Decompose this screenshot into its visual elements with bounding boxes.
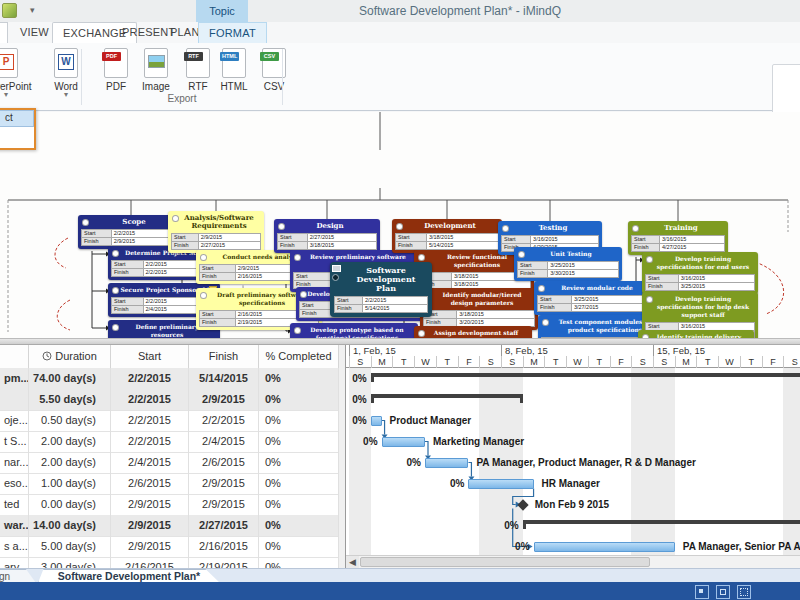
summary-bar[interactable] bbox=[523, 520, 800, 524]
topic-bullet-icon bbox=[294, 254, 301, 261]
cell-name: war... bbox=[0, 515, 29, 536]
export-csv-button[interactable]: CSVCSV bbox=[244, 48, 304, 92]
cell-finish: 2/9/2015 bbox=[189, 389, 259, 410]
column-completed[interactable]: % Completed bbox=[259, 345, 339, 368]
task-bar[interactable] bbox=[371, 416, 382, 426]
status-bar bbox=[0, 582, 800, 600]
topic-bullet-icon bbox=[538, 285, 545, 292]
task-bar[interactable] bbox=[468, 479, 533, 489]
map-node[interactable]: TrainingStart3/16/2015Finish4/27/2015 bbox=[628, 221, 728, 255]
export-dropdown-popup[interactable]: ct bbox=[0, 108, 36, 150]
cell-start: 2/9/2015 bbox=[111, 515, 189, 536]
gantt-task-table[interactable]: DurationStartFinish% Completedpm...74.00… bbox=[0, 345, 340, 568]
cell-completed: 0% bbox=[259, 515, 339, 536]
export-powerpoint-button[interactable]: PPowerPoint▾ bbox=[0, 48, 36, 98]
map-node[interactable]: Assign development staffStart3/20/2015Fi… bbox=[414, 326, 532, 338]
gantt-panel: DurationStartFinish% Completedpm...74.00… bbox=[0, 345, 800, 568]
ribbon-tab-clipped[interactable] bbox=[0, 22, 8, 44]
cell-start: 2/16/2015 bbox=[111, 557, 189, 568]
percent-label: 0% bbox=[345, 373, 367, 384]
document-tab-active[interactable]: Software Development Plan* bbox=[38, 569, 220, 583]
column-finish[interactable]: Finish bbox=[189, 345, 259, 368]
quick-access-icon[interactable] bbox=[2, 3, 17, 18]
cell-name: eso... bbox=[0, 473, 29, 494]
bar-label: HR Manager bbox=[542, 478, 600, 489]
task-row[interactable]: war...14.00 day(s)2/9/20152/27/20150% bbox=[0, 515, 339, 537]
column-start[interactable]: Start bbox=[111, 345, 189, 368]
word-icon: W bbox=[54, 48, 78, 78]
map-node[interactable]: Identify training delivery methodologySt… bbox=[638, 330, 754, 338]
cell-duration: 0.00 day(s) bbox=[29, 494, 111, 515]
percent-label: 0% bbox=[438, 478, 464, 489]
task-row[interactable]: s a...5.00 day(s)2/9/20152/16/20150% bbox=[0, 536, 339, 558]
task-row[interactable]: t S...2.00 day(s)2/2/20152/4/20150% bbox=[0, 431, 339, 453]
gantt-timeline[interactable]: 1, Feb, 158, Feb, 1515, Feb, 1522, SMTWT… bbox=[345, 345, 800, 568]
mindmap-canvas[interactable]: Software Development Plan Start2/2/2015 … bbox=[0, 112, 800, 338]
ribbon-separator bbox=[282, 49, 283, 105]
topic-bullet-icon bbox=[200, 254, 207, 261]
map-node-root[interactable]: Software Development Plan Start2/2/2015 … bbox=[330, 262, 432, 317]
cell-finish: 2/27/2015 bbox=[189, 515, 259, 536]
task-bar[interactable] bbox=[534, 542, 675, 552]
topic-bullet-icon bbox=[112, 250, 119, 257]
cell-start: 2/9/2015 bbox=[111, 536, 189, 557]
task-bar[interactable] bbox=[382, 437, 425, 447]
cell-completed: 0% bbox=[259, 431, 339, 452]
cell-name: ary... bbox=[0, 557, 29, 568]
map-node[interactable]: Unit TestingStart3/25/2015Finish3/30/201… bbox=[514, 247, 622, 281]
map-node[interactable]: Review modular codeStart3/25/2015Finish3… bbox=[534, 281, 654, 315]
dropdown-caret-icon[interactable]: ▾ bbox=[0, 92, 36, 98]
cell-name: s a... bbox=[0, 536, 29, 557]
map-node[interactable]: Identify modular/tiered design parameter… bbox=[420, 288, 538, 330]
topic-bullet-icon bbox=[172, 215, 179, 222]
cell-completed: 0% bbox=[259, 557, 339, 568]
topic-bullet-icon bbox=[300, 291, 307, 298]
app-window: ▾ Topic Software Development Plan* - iMi… bbox=[0, 0, 800, 600]
topic-bullet-icon bbox=[542, 319, 549, 326]
cell-name: t S... bbox=[0, 431, 29, 452]
cell-duration: 5.50 day(s) bbox=[29, 389, 111, 410]
map-gantt-splitter[interactable] bbox=[0, 338, 800, 345]
bar-label: Mon Feb 9 2015 bbox=[535, 499, 609, 510]
cell-finish: 2/9/2015 bbox=[189, 473, 259, 494]
task-row[interactable]: eso...1.00 day(s)2/6/20152/9/20150% bbox=[0, 473, 339, 495]
cell-finish: 2/19/2015 bbox=[189, 557, 259, 568]
topic-bullet-icon bbox=[646, 296, 653, 303]
cell-duration: 14.00 day(s) bbox=[29, 515, 111, 536]
column-duration[interactable]: Duration bbox=[29, 345, 111, 368]
topic-bullet-icon bbox=[294, 327, 301, 334]
topic-bullet-icon bbox=[646, 256, 653, 263]
cell-completed: 0% bbox=[259, 410, 339, 431]
map-node[interactable]: DevelopmentStart3/18/2015Finish5/14/2015 bbox=[392, 219, 502, 253]
task-row[interactable]: nar...2.00 day(s)2/4/20152/6/20150% bbox=[0, 452, 339, 474]
fit-selection-icon[interactable] bbox=[716, 585, 730, 599]
fit-page-icon[interactable] bbox=[695, 585, 709, 599]
percent-label: 0% bbox=[352, 436, 378, 447]
task-row[interactable]: ary...3.00 day(s)2/16/20152/19/20150% bbox=[0, 557, 339, 568]
document-tab-background[interactable]: gn bbox=[0, 569, 36, 583]
task-row[interactable]: 5.50 day(s)2/2/20152/9/20150% bbox=[0, 389, 339, 411]
task-row[interactable]: oje...0.50 day(s)2/2/20152/2/20150% bbox=[0, 410, 339, 432]
map-node[interactable]: Develop prototype based on functional sp… bbox=[290, 323, 418, 338]
cell-completed: 0% bbox=[259, 368, 339, 389]
dropdown-caret-icon[interactable]: ▾ bbox=[36, 92, 96, 98]
map-node[interactable]: Analysis/Software RequirementsStart2/9/2… bbox=[168, 211, 264, 253]
summary-bar[interactable] bbox=[371, 373, 800, 377]
gantt-table-header: DurationStartFinish% Completed bbox=[0, 345, 339, 369]
quick-access-caret-icon[interactable]: ▾ bbox=[30, 5, 35, 15]
bar-label: PA Manager, Senior PA Analyst bbox=[683, 541, 800, 552]
map-node[interactable]: DesignStart2/27/2015Finish3/18/2015 bbox=[274, 219, 380, 253]
export-group-label: Export bbox=[88, 93, 276, 104]
popup-menu-item[interactable]: ct bbox=[0, 110, 34, 127]
cell-completed: 0% bbox=[259, 473, 339, 494]
column-name[interactable] bbox=[0, 345, 29, 368]
map-node[interactable]: Develop training specifications for end … bbox=[642, 252, 758, 294]
summary-bar[interactable] bbox=[371, 394, 523, 398]
task-bar[interactable] bbox=[425, 458, 468, 468]
task-row[interactable]: pm...74.00 day(s)2/2/20155/14/20150% bbox=[0, 368, 339, 390]
document-tab-bar: gn Software Development Plan* bbox=[0, 568, 800, 583]
fullscreen-icon[interactable] bbox=[737, 585, 751, 599]
task-row[interactable]: ted0.00 day(s)2/9/20152/9/20150% bbox=[0, 494, 339, 516]
tab-format[interactable]: FORMAT bbox=[198, 22, 267, 44]
topic-bullet-icon bbox=[418, 330, 425, 337]
